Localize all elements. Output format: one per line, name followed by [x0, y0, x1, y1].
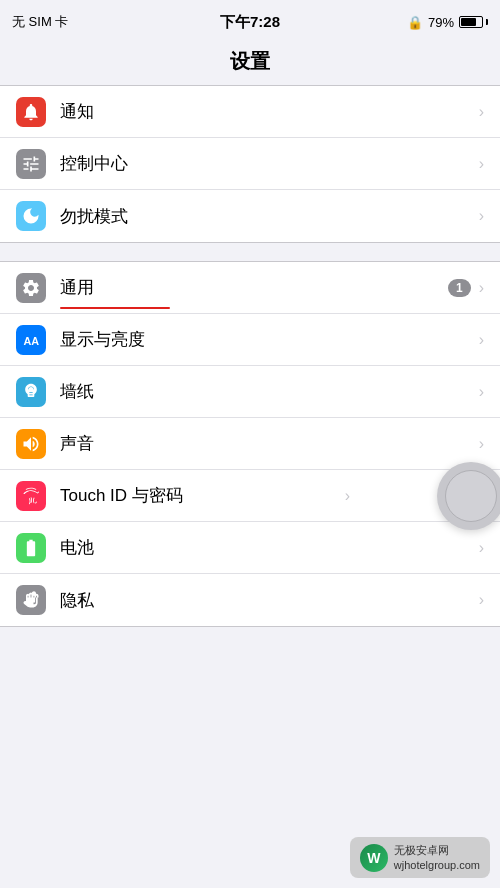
do-not-disturb-chevron: › — [479, 207, 484, 225]
sounds-label: 声音 — [60, 432, 479, 455]
settings-item-general[interactable]: 通用 1 › — [0, 262, 500, 314]
general-underline — [60, 307, 170, 310]
battery-settings-icon — [16, 533, 46, 563]
settings-item-wallpaper[interactable]: 墙纸 › — [0, 366, 500, 418]
do-not-disturb-label: 勿扰模式 — [60, 205, 479, 228]
privacy-label: 隐私 — [60, 589, 479, 612]
status-right: 🔒 79% — [407, 15, 488, 30]
watermark-line2: wjhotelgroup.com — [394, 858, 480, 872]
settings-item-sounds[interactable]: 声音 › — [0, 418, 500, 470]
touchid-chevron: › — [345, 487, 350, 505]
clock: 下午7:28 — [220, 13, 280, 32]
general-chevron: › — [479, 279, 484, 297]
sounds-chevron: › — [479, 435, 484, 453]
watermark: W 无极安卓网 wjhotelgroup.com — [350, 837, 490, 878]
settings-item-do-not-disturb[interactable]: 勿扰模式 › — [0, 190, 500, 242]
general-badge: 1 — [448, 279, 471, 297]
speaker-svg — [21, 434, 41, 454]
svg-point-1 — [29, 387, 34, 392]
display-icon: AA — [16, 325, 46, 355]
svg-text:AA: AA — [24, 335, 40, 347]
touchid-label: Touch ID 与密码 — [60, 484, 345, 507]
settings-item-privacy[interactable]: 隐私 › — [0, 574, 500, 626]
watermark-line1: 无极安卓网 — [394, 843, 480, 857]
page-title-bar: 设置 — [0, 44, 500, 85]
settings-item-touchid[interactable]: Touch ID 与密码 › — [0, 470, 500, 522]
sounds-icon — [16, 429, 46, 459]
privacy-icon — [16, 585, 46, 615]
bell-svg — [21, 102, 41, 122]
lock-icon: 🔒 — [407, 15, 423, 30]
settings-item-battery[interactable]: 电池 › — [0, 522, 500, 574]
moon-svg — [21, 206, 41, 226]
settings-item-control-center[interactable]: 控制中心 › — [0, 138, 500, 190]
control-center-icon — [16, 149, 46, 179]
battery-percent: 79% — [428, 15, 454, 30]
control-center-chevron: › — [479, 155, 484, 173]
aa-svg: AA — [21, 330, 41, 350]
notifications-label: 通知 — [60, 100, 479, 123]
sliders-svg — [21, 154, 41, 174]
fingerprint-svg — [21, 486, 41, 506]
display-chevron: › — [479, 331, 484, 349]
general-icon — [16, 273, 46, 303]
battery-icon — [459, 16, 488, 28]
page-title: 设置 — [230, 50, 270, 72]
control-center-label: 控制中心 — [60, 152, 479, 175]
flower-svg — [21, 382, 41, 402]
notifications-icon — [16, 97, 46, 127]
section-1: 通知 › 控制中心 › 勿扰模式 › — [0, 85, 500, 243]
settings-item-display[interactable]: AA 显示与亮度 › — [0, 314, 500, 366]
settings-item-notifications[interactable]: 通知 › — [0, 86, 500, 138]
battery-chevron: › — [479, 539, 484, 557]
wallpaper-icon — [16, 377, 46, 407]
do-not-disturb-icon — [16, 201, 46, 231]
home-button-inner — [445, 470, 497, 522]
battery-settings-svg — [21, 538, 41, 558]
status-bar: 无 SIM 卡 下午7:28 🔒 79% — [0, 0, 500, 44]
section-2: 通用 1 › AA 显示与亮度 › 墙纸 › — [0, 261, 500, 627]
privacy-chevron: › — [479, 591, 484, 609]
home-button-visual — [437, 462, 500, 530]
watermark-logo: W — [360, 844, 388, 872]
display-label: 显示与亮度 — [60, 328, 479, 351]
battery-label: 电池 — [60, 536, 479, 559]
carrier-label: 无 SIM 卡 — [12, 13, 68, 31]
gear-svg — [21, 278, 41, 298]
watermark-text: 无极安卓网 wjhotelgroup.com — [394, 843, 480, 872]
notifications-chevron: › — [479, 103, 484, 121]
hand-svg — [21, 590, 41, 610]
wallpaper-chevron: › — [479, 383, 484, 401]
wallpaper-label: 墙纸 — [60, 380, 479, 403]
general-label: 通用 — [60, 276, 448, 299]
touchid-icon — [16, 481, 46, 511]
